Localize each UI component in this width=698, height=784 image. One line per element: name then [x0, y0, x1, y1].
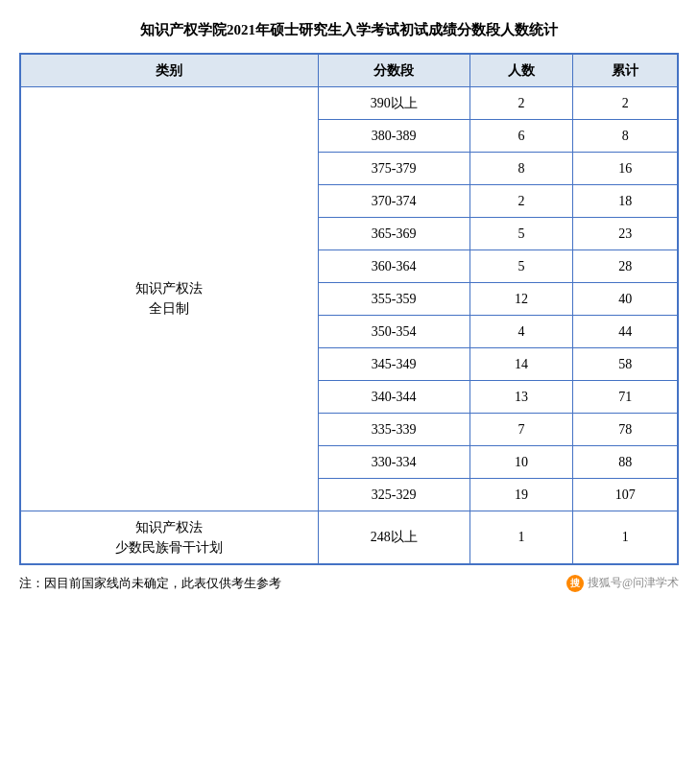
- col-header-count: 人数: [469, 54, 573, 87]
- cumulative-cell: 107: [573, 478, 678, 511]
- logo-icon: 搜: [566, 575, 584, 592]
- footer-logo: 搜 搜狐号@问津学术: [566, 575, 679, 592]
- cumulative-cell: 16: [573, 152, 678, 184]
- cumulative-cell: 78: [573, 413, 678, 445]
- table-row-last: 知识产权法 少数民族骨干计划248以上11: [20, 511, 678, 564]
- count-cell: 2: [469, 184, 573, 217]
- range-cell: 330-334: [318, 445, 469, 478]
- col-header-range: 分数段: [318, 54, 469, 87]
- page-container: 知识产权学院2021年硕士研究生入学考试初试成绩分数段人数统计 类别 分数段 人…: [19, 19, 679, 592]
- count-cell: 8: [469, 152, 573, 184]
- count-cell: 13: [469, 380, 573, 413]
- cumulative-cell: 1: [573, 511, 678, 564]
- cumulative-cell: 28: [573, 249, 678, 282]
- range-cell: 345-349: [318, 347, 469, 380]
- cumulative-cell: 88: [573, 445, 678, 478]
- cumulative-cell: 18: [573, 184, 678, 217]
- col-header-category: 类别: [20, 54, 318, 87]
- range-cell: 375-379: [318, 152, 469, 184]
- range-cell: 355-359: [318, 282, 469, 315]
- cumulative-cell: 71: [573, 380, 678, 413]
- count-cell: 14: [469, 347, 573, 380]
- count-cell: 7: [469, 413, 573, 445]
- count-cell: 5: [469, 217, 573, 249]
- category-cell-main: 知识产权法 全日制: [20, 86, 318, 511]
- count-cell: 1: [469, 511, 573, 564]
- category-cell-last: 知识产权法 少数民族骨干计划: [20, 511, 318, 564]
- data-table: 类别 分数段 人数 累计 知识产权法 全日制390以上22380-3896837…: [19, 53, 679, 565]
- range-cell: 370-374: [318, 184, 469, 217]
- cumulative-cell: 40: [573, 282, 678, 315]
- count-cell: 19: [469, 478, 573, 511]
- count-cell: 5: [469, 249, 573, 282]
- range-cell: 360-364: [318, 249, 469, 282]
- range-cell: 390以上: [318, 86, 469, 119]
- cumulative-cell: 2: [573, 86, 678, 119]
- page-title: 知识产权学院2021年硕士研究生入学考试初试成绩分数段人数统计: [19, 19, 679, 41]
- count-cell: 12: [469, 282, 573, 315]
- range-cell: 340-344: [318, 380, 469, 413]
- logo-label: 搜狐号@问津学术: [588, 575, 679, 591]
- range-cell: 325-329: [318, 478, 469, 511]
- range-cell: 380-389: [318, 119, 469, 152]
- cumulative-cell: 58: [573, 347, 678, 380]
- count-cell: 2: [469, 86, 573, 119]
- range-cell: 248以上: [318, 511, 469, 564]
- count-cell: 10: [469, 445, 573, 478]
- table-row: 知识产权法 全日制390以上22: [20, 86, 678, 119]
- cumulative-cell: 23: [573, 217, 678, 249]
- range-cell: 365-369: [318, 217, 469, 249]
- cumulative-cell: 44: [573, 315, 678, 347]
- count-cell: 4: [469, 315, 573, 347]
- col-header-cumulative: 累计: [573, 54, 678, 87]
- footer-note: 注：因目前国家线尚未确定，此表仅供考生参考 搜 搜狐号@问津学术: [19, 575, 679, 592]
- note-text: 注：因目前国家线尚未确定，此表仅供考生参考: [19, 575, 281, 592]
- cumulative-cell: 8: [573, 119, 678, 152]
- count-cell: 6: [469, 119, 573, 152]
- range-cell: 350-354: [318, 315, 469, 347]
- range-cell: 335-339: [318, 413, 469, 445]
